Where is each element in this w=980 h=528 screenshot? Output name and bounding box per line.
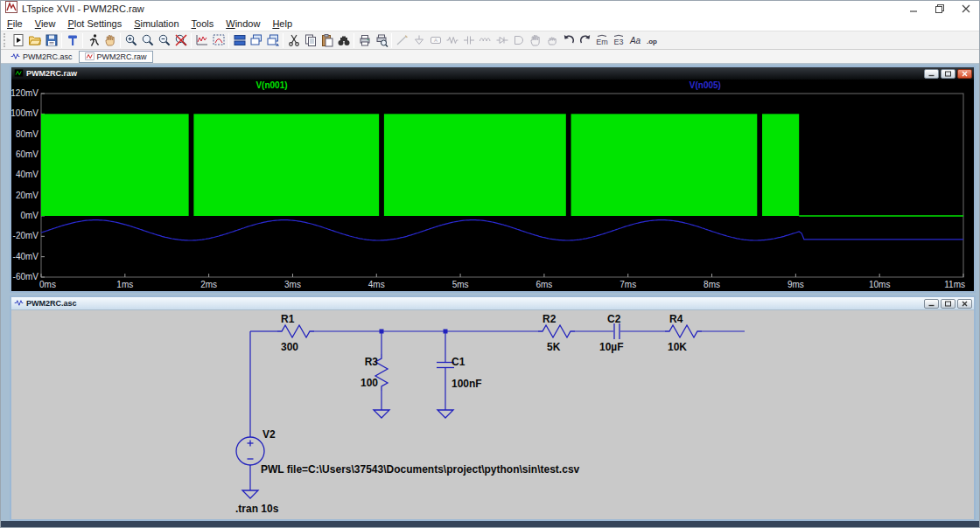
ground-symbol (438, 410, 453, 418)
plot-settings-button[interactable] (210, 31, 227, 49)
x-tick-label: 4ms (368, 280, 385, 289)
mirror-button[interactable]: Em (593, 31, 610, 49)
menu-item-file[interactable]: File (1, 17, 29, 30)
restore-button[interactable] (927, 1, 953, 17)
waveform-restore-button[interactable] (941, 69, 956, 79)
control-panel-button[interactable] (64, 31, 80, 49)
paste-button[interactable] (318, 31, 335, 49)
find-button[interactable] (335, 31, 352, 49)
schematic-close-button[interactable] (957, 299, 972, 309)
halt-icon (103, 33, 117, 47)
run-simulation-button[interactable] (85, 31, 102, 49)
run-button[interactable] (10, 31, 26, 49)
tab-pwm2rc-raw[interactable]: PWM2RC.raw (79, 51, 153, 63)
toolbar-separator (391, 33, 392, 48)
waveform-minimize-button[interactable] (924, 69, 939, 79)
menu-item-tools[interactable]: Tools (186, 17, 220, 30)
y-tick-label: 0mV (20, 211, 38, 220)
legend-v-n001-[interactable]: V(n001) (256, 80, 287, 90)
svg-text:Aa: Aa (628, 36, 640, 45)
run-icon (11, 33, 25, 47)
zoom-out-button[interactable] (156, 31, 172, 49)
inductor-button[interactable] (477, 31, 494, 49)
run-simulation-icon (87, 33, 101, 47)
legend-v-n005-[interactable]: V(n005) (690, 80, 721, 90)
menu-item-view[interactable]: View (29, 17, 62, 30)
waveform-close-button[interactable] (957, 69, 972, 79)
schematic-window-titlebar[interactable]: PWM2RC.asc (11, 297, 974, 310)
zoom-in-icon (124, 33, 138, 47)
copy-button[interactable] (302, 31, 318, 49)
x-tick-label: 10ms (869, 280, 890, 289)
spice-directive-icon: .op (645, 33, 659, 47)
tile-windows-button[interactable] (231, 31, 248, 49)
zoom-area-button[interactable] (139, 31, 156, 49)
paste-icon (320, 33, 334, 47)
drag-button[interactable] (543, 31, 560, 49)
cascade-windows-button[interactable] (248, 31, 264, 49)
autorange-y-button[interactable] (193, 31, 210, 49)
text-button[interactable]: Aa (626, 31, 643, 49)
schematic-minimize-button[interactable] (924, 299, 939, 309)
schematic-canvas[interactable]: R1 300 R3 100 C1 100nF R2 5K C2 10µF R4 … (11, 310, 970, 519)
schematic-window-icon (14, 298, 24, 309)
zoom-area-icon (141, 33, 155, 47)
mdi-area: PWM2RC.raw 120mV100mV80mV60mV40mV20mV0mV… (1, 64, 979, 523)
print-preview-button[interactable] (373, 31, 389, 49)
redo-button[interactable] (577, 31, 593, 49)
resistor-icon (445, 33, 459, 47)
save-button[interactable] (43, 31, 60, 49)
pwm-block (41, 114, 189, 216)
tab-pwm2rc-asc[interactable]: PWM2RC.asc (4, 51, 79, 63)
menu-item-window[interactable]: Window (220, 17, 266, 30)
rotate-button[interactable]: E3 (610, 31, 626, 49)
mirror-icon: Em (595, 33, 609, 47)
menu-item-plot-settings[interactable]: Plot Settings (61, 17, 128, 30)
capacitor-button[interactable] (460, 31, 477, 49)
zoom-out-icon (158, 33, 172, 47)
component-ref-V2: V2 (262, 428, 276, 441)
component-value-C1: 100nF (452, 378, 482, 390)
waveform-window-icon (14, 68, 24, 80)
x-tick-label: 8ms (704, 280, 720, 289)
menu-item-help[interactable]: Help (266, 17, 298, 30)
move-icon (528, 33, 542, 47)
redo-icon (578, 33, 592, 47)
waveform-window-title: PWM2RC.raw (26, 69, 77, 78)
label-button[interactable]: A (427, 31, 444, 49)
waveform-plot[interactable]: 120mV100mV80mV60mV40mV20mV0mV-20mV-40mV-… (11, 80, 970, 291)
cut-icon (287, 33, 301, 47)
move-button[interactable] (527, 31, 543, 49)
y-tick-label: 40mV (16, 170, 38, 179)
zoom-full-extents-button[interactable] (172, 31, 189, 49)
schematic-restore-button[interactable] (941, 299, 956, 309)
svg-text:E3: E3 (613, 38, 623, 46)
svg-text:Em: Em (596, 38, 608, 46)
pwm-block (384, 114, 566, 216)
component-button[interactable] (510, 31, 527, 49)
halt-button[interactable] (102, 31, 118, 49)
waveform-window-titlebar[interactable]: PWM2RC.raw (11, 67, 974, 80)
minimize-button[interactable] (900, 1, 927, 17)
autorange-y-icon (195, 33, 209, 47)
toolbar-grip[interactable] (4, 33, 7, 47)
capacitor-icon (462, 33, 476, 47)
cut-button[interactable] (285, 31, 302, 49)
menu-item-simulation[interactable]: Simulation (128, 17, 185, 30)
ground-button[interactable] (410, 31, 427, 49)
spice-directive-text: .tran 10s (235, 503, 279, 515)
spice-directive-button[interactable]: .op (643, 31, 660, 49)
toolbar-separator (82, 33, 83, 48)
zoom-in-button[interactable] (122, 31, 139, 49)
undo-button[interactable] (560, 31, 577, 49)
wire-button[interactable] (394, 31, 410, 49)
open-button[interactable] (26, 31, 43, 49)
resistor-button[interactable] (444, 31, 460, 49)
diode-button[interactable] (494, 31, 510, 49)
close-button[interactable] (953, 1, 979, 17)
component-ref-C1: C1 (452, 356, 466, 368)
waveform-window: PWM2RC.raw 120mV100mV80mV60mV40mV20mV0mV… (10, 66, 976, 293)
cascade-windows-alt-button[interactable] (264, 31, 281, 49)
print-button[interactable] (356, 31, 373, 49)
app-titlebar: LTspice XVII - PWM2RC.raw (1, 1, 979, 17)
